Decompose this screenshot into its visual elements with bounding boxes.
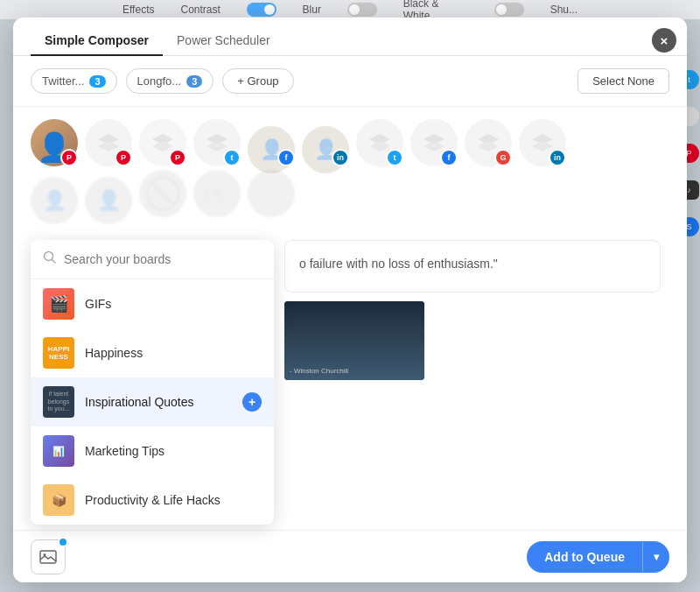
top-bar: Effects Contrast Blur Black & White Shu.… <box>0 0 700 19</box>
longform-pill-label: Longfo... <box>137 74 182 88</box>
avatar-person[interactable]: 👤 P <box>31 119 78 166</box>
svg-marker-13 <box>532 141 553 152</box>
svg-line-19 <box>52 260 56 264</box>
longform-pill[interactable]: Longfo... 3 <box>126 68 214 94</box>
quote-text-area: o failure with no loss of enthusiasm." <box>284 240 661 292</box>
svg-marker-1 <box>98 141 119 152</box>
bw-toggle[interactable] <box>494 3 524 17</box>
tab-power-scheduler[interactable]: Power Scheduler <box>163 26 284 56</box>
add-queue-label: Add to Queue <box>527 541 642 573</box>
shuttle-label: Shu... <box>550 4 578 16</box>
twitter-pill[interactable]: Twitter... 3 <box>31 68 117 94</box>
tab-simple-composer[interactable]: Simple Composer <box>31 26 163 56</box>
avatar-badge-pinterest: P <box>60 149 78 166</box>
avatar-row2-3[interactable]: % <box>139 170 186 217</box>
media-button[interactable] <box>31 539 66 574</box>
tab-bar: Simple Composer Power Scheduler <box>13 18 687 56</box>
twitter-pill-label: Twitter... <box>42 74 84 88</box>
account-row: Twitter... 3 Longfo... 3 + Group Select … <box>13 56 687 107</box>
board-thumb-productivity: 📦 <box>43 484 74 516</box>
avatar-badge-f2: f <box>440 149 458 166</box>
avatar-buffer-twitter[interactable]: t <box>193 119 241 166</box>
blur-toggle[interactable] <box>347 3 377 17</box>
avatar-badge-p2: P <box>115 149 132 166</box>
effects-label: Effects <box>122 4 154 16</box>
add-group-button[interactable]: + Group <box>222 68 293 94</box>
avatar-badge-f1: f <box>277 149 295 166</box>
board-name-quotes: Inspirational Quotes <box>85 395 232 409</box>
close-button[interactable]: × <box>652 28 676 53</box>
avatar-row2-2[interactable]: 👤 <box>85 177 132 224</box>
avatar-grid-row2: 👤 👤 % 15 t <box>13 170 687 236</box>
media-notification-badge <box>58 537 68 547</box>
image-preview: - Winston Churchill <box>284 301 424 380</box>
board-thumb-marketing: 📊 <box>43 435 74 467</box>
board-thumb-gifs: 🎬 <box>43 288 74 320</box>
quote-text: o failure with no loss of enthusiasm." <box>299 257 498 271</box>
avatar-buffer-twitter2[interactable]: t <box>356 119 403 166</box>
avatar-buffer-pinterest[interactable]: P <box>85 119 132 166</box>
board-item-productivity[interactable]: 📦 Productivity & Life Hacks <box>31 476 274 525</box>
select-none-button[interactable]: Select None <box>578 68 669 94</box>
board-name-marketing: Marketing Tips <box>85 444 262 458</box>
avatar-row2-5[interactable]: t <box>248 170 295 217</box>
board-name-gifs: GIFs <box>85 297 262 311</box>
svg-text:%: % <box>158 188 168 201</box>
avatar-badge-l2: in <box>549 149 566 166</box>
avatar-buffer-pinterest2[interactable]: P <box>139 119 186 166</box>
fifteen-icon: 15 <box>200 180 234 207</box>
boards-search-container <box>31 240 274 279</box>
avatar-badge-g1: G <box>494 149 512 166</box>
image-caption: - Winston Churchill <box>290 367 348 375</box>
add-queue-arrow-icon[interactable]: ▾ <box>642 542 669 572</box>
board-item-gifs[interactable]: 🎬 GIFs <box>31 279 274 328</box>
board-name-happiness: Happiness <box>85 346 262 360</box>
avatar-badge-p3: P <box>169 149 186 166</box>
add-to-queue-button[interactable]: Add to Queue ▾ <box>527 541 669 573</box>
contrast-toggle[interactable] <box>247 3 276 17</box>
board-name-productivity: Productivity & Life Hacks <box>85 493 262 507</box>
board-thumb-quotes: if talentbelongsto you... <box>43 386 74 418</box>
avatar-badge-t2: t <box>386 149 403 166</box>
svg-marker-11 <box>478 141 499 152</box>
avatar-badge-l1: in <box>332 149 349 166</box>
board-item-happiness[interactable]: HAPPINESS Happiness <box>31 328 274 377</box>
board-item-quotes[interactable]: if talentbelongsto you... Inspirational … <box>31 377 274 426</box>
avatar-grid: 👤 P P P <box>13 107 687 170</box>
avatar-row2-4[interactable]: 15 <box>193 170 241 217</box>
board-thumb-happiness: HAPPINESS <box>43 337 74 369</box>
bottom-bar: Add to Queue ▾ <box>13 530 687 582</box>
avatar-buffer-linkedin[interactable]: in <box>519 119 566 166</box>
blur-label: Blur <box>303 4 321 16</box>
image-icon <box>39 550 57 564</box>
strikethrough-icon: % <box>145 176 180 211</box>
boards-search-input[interactable] <box>64 252 262 266</box>
board-add-button-quotes[interactable]: + <box>242 392 262 412</box>
avatar-buffer-facebook[interactable]: f <box>410 119 458 166</box>
content-area: 🎬 GIFs HAPPINESS Happiness if talentbelo… <box>13 240 687 380</box>
svg-marker-7 <box>369 141 390 152</box>
avatar-row2-1[interactable]: 👤 <box>31 177 78 224</box>
svg-marker-5 <box>206 141 228 152</box>
contrast-label: Contrast <box>180 4 220 16</box>
avatar-buffer-google[interactable]: G <box>465 119 512 166</box>
avatar-badge-t1: t <box>223 149 241 166</box>
avatar-person-facebook[interactable]: 👤 f <box>248 119 295 166</box>
svg-marker-3 <box>152 141 173 152</box>
board-item-marketing[interactable]: 📊 Marketing Tips <box>31 426 274 476</box>
boards-dropdown: 🎬 GIFs HAPPINESS Happiness if talentbelo… <box>31 240 274 525</box>
longform-pill-count: 3 <box>186 75 202 88</box>
svg-text:15: 15 <box>201 184 222 206</box>
avatar-person-linkedin[interactable]: 👤 in <box>302 119 349 166</box>
svg-marker-9 <box>424 141 444 152</box>
twitter-pill-count: 3 <box>89 75 105 88</box>
main-modal: × Simple Composer Power Scheduler Twitte… <box>13 18 687 582</box>
search-icon <box>43 250 57 268</box>
